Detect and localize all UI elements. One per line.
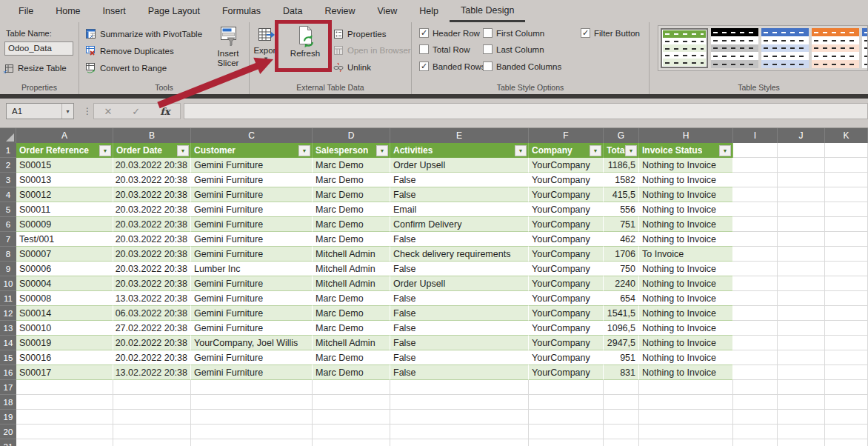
row-header-1[interactable]: 1 xyxy=(0,143,16,158)
cell[interactable]: S00007 xyxy=(16,247,113,262)
resize-table-button[interactable]: Resize Table xyxy=(4,63,67,73)
tab-home[interactable]: Home xyxy=(44,0,91,22)
cell[interactable] xyxy=(778,173,825,187)
column-header-C[interactable]: C xyxy=(191,128,313,143)
cell[interactable] xyxy=(733,232,778,247)
checkbox-total-row[interactable]: Total Row xyxy=(419,44,470,54)
open-in-browser-button[interactable]: Open in Browser xyxy=(333,45,411,56)
cell[interactable]: Marc Demo xyxy=(313,232,390,247)
cell[interactable]: 2947,5 xyxy=(604,336,639,350)
cell[interactable] xyxy=(191,439,313,446)
cell[interactable] xyxy=(733,187,778,202)
cell[interactable] xyxy=(825,395,868,410)
cell[interactable]: S00009 xyxy=(16,217,113,232)
checkbox-banded-columns[interactable]: Banded Columns xyxy=(483,61,561,71)
cell[interactable]: To Invoice xyxy=(639,247,733,262)
column-header-E[interactable]: E xyxy=(390,128,529,143)
cell[interactable] xyxy=(733,380,778,395)
cell[interactable] xyxy=(733,247,778,262)
column-header-F[interactable]: F xyxy=(529,128,604,143)
row-header-18[interactable]: 18 xyxy=(0,395,16,410)
cell[interactable] xyxy=(778,291,825,306)
cell[interactable]: YourCompany xyxy=(529,232,604,247)
cell[interactable] xyxy=(16,410,113,425)
cell[interactable]: False xyxy=(390,350,529,365)
cell[interactable] xyxy=(733,173,778,187)
cell[interactable]: 06.03.2022 20:38 xyxy=(113,306,191,321)
cell[interactable]: YourCompany xyxy=(529,217,604,232)
cell[interactable]: Marc Demo xyxy=(313,202,390,217)
cell[interactable]: Gemini Furniture xyxy=(191,291,313,306)
cell[interactable]: 20.03.2022 20:38 xyxy=(113,173,191,187)
cell[interactable] xyxy=(733,336,778,350)
cell[interactable]: Gemini Furniture xyxy=(191,247,313,262)
cell[interactable] xyxy=(825,291,868,306)
column-header-H[interactable]: H xyxy=(639,128,733,143)
cell[interactable] xyxy=(16,439,113,446)
cell[interactable]: 751 xyxy=(604,217,639,232)
cell[interactable]: Nothing to Invoice xyxy=(639,158,733,173)
cell[interactable]: Mitchell Admin xyxy=(313,276,390,291)
cell[interactable] xyxy=(825,306,868,321)
cell[interactable]: Order Upsell xyxy=(390,276,529,291)
cell[interactable]: YourCompany xyxy=(529,158,604,173)
cell[interactable]: Gemini Furniture xyxy=(191,158,313,173)
cell[interactable]: 20.03.2022 20:38 xyxy=(113,187,191,202)
cell[interactable]: Nothing to Invoice xyxy=(639,262,733,276)
cell[interactable] xyxy=(825,410,868,425)
cell[interactable] xyxy=(825,365,868,380)
row-header-14[interactable]: 14 xyxy=(0,336,16,350)
cell[interactable] xyxy=(778,425,825,439)
cell[interactable]: 951 xyxy=(604,350,639,365)
cell[interactable]: 20.03.2022 20:38 xyxy=(113,247,191,262)
table-name-input[interactable]: Odoo_Data xyxy=(4,41,73,56)
tab-help[interactable]: Help xyxy=(408,0,450,22)
cell[interactable] xyxy=(733,158,778,173)
row-header-4[interactable]: 4 xyxy=(0,187,16,202)
cell[interactable]: Marc Demo xyxy=(313,217,390,232)
cell[interactable] xyxy=(778,321,825,336)
filter-button[interactable]: ▼ xyxy=(298,145,310,156)
summarize-with-pivottable-button[interactable]: Summarize with PivotTable xyxy=(85,28,202,39)
table-style-swatch-partial[interactable] xyxy=(862,28,868,68)
column-header-K[interactable]: K xyxy=(825,128,868,143)
cell[interactable]: S00006 xyxy=(16,262,113,276)
tab-view[interactable]: View xyxy=(366,0,408,22)
cell[interactable]: YourCompany xyxy=(529,202,604,217)
cell[interactable] xyxy=(733,395,778,410)
cell[interactable]: Test/001 xyxy=(16,232,113,247)
cell[interactable]: Gemini Furniture xyxy=(191,306,313,321)
cell[interactable] xyxy=(733,439,778,446)
cell[interactable] xyxy=(825,143,868,158)
cell[interactable]: Nothing to Invoice xyxy=(639,276,733,291)
filter-button[interactable]: ▼ xyxy=(376,145,388,156)
cell[interactable] xyxy=(825,217,868,232)
formula-input[interactable] xyxy=(184,103,868,119)
table-header-cell[interactable]: Total▼ xyxy=(604,143,639,158)
checkbox-header-row[interactable]: ✓Header Row xyxy=(419,28,480,38)
checkbox-banded-rows[interactable]: ✓Banded Rows xyxy=(419,61,486,71)
cell[interactable]: 20.03.2022 20:38 xyxy=(113,276,191,291)
cell[interactable]: Marc Demo xyxy=(313,173,390,187)
cell[interactable]: 750 xyxy=(604,262,639,276)
cell[interactable] xyxy=(529,425,604,439)
cell[interactable]: S00004 xyxy=(16,276,113,291)
cell[interactable] xyxy=(191,380,313,395)
cell[interactable] xyxy=(113,439,191,446)
cell[interactable]: YourCompany xyxy=(529,321,604,336)
filter-button[interactable]: ▼ xyxy=(515,145,527,156)
row-header-10[interactable]: 10 xyxy=(0,276,16,291)
cell[interactable]: Order Upsell xyxy=(390,158,529,173)
cell[interactable]: Check delivery requirements xyxy=(390,247,529,262)
cell[interactable] xyxy=(16,395,113,410)
cell[interactable] xyxy=(733,321,778,336)
cell[interactable] xyxy=(191,410,313,425)
cell[interactable]: Nothing to Invoice xyxy=(639,321,733,336)
cell[interactable] xyxy=(191,395,313,410)
insert-slicer-button[interactable]: Insert Slicer xyxy=(210,26,247,68)
cell[interactable]: False xyxy=(390,187,529,202)
cell[interactable] xyxy=(733,350,778,365)
cell[interactable]: 462 xyxy=(604,232,639,247)
tab-page-layout[interactable]: Page Layout xyxy=(137,0,211,22)
cell[interactable] xyxy=(778,410,825,425)
